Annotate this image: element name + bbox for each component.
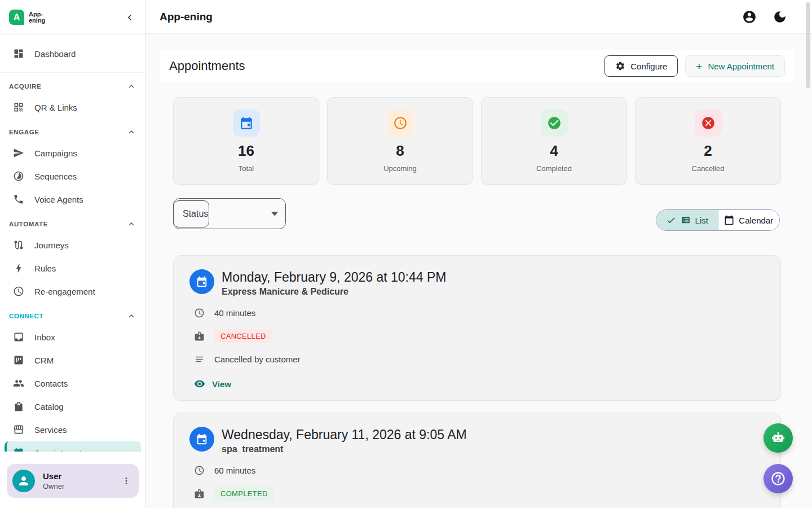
- inbox-icon: [12, 331, 25, 343]
- page-title-bar: Appointments Configure + New Appointment: [160, 50, 794, 82]
- route-icon: [12, 239, 25, 251]
- view-toggle-calendar[interactable]: Calendar: [718, 210, 780, 230]
- dark-mode-moon-icon[interactable]: [773, 10, 787, 24]
- bolt-icon: [12, 262, 25, 274]
- view-toggle: List Calendar: [656, 209, 780, 231]
- top-header: App-ening: [146, 0, 812, 34]
- section-header-acquire[interactable]: ACQUIRE: [9, 78, 136, 95]
- status-badge: CANCELLED: [214, 329, 272, 343]
- appointment-status-row: CANCELLED: [194, 329, 765, 343]
- sidebar-item-dashboard[interactable]: Dashboard: [5, 42, 141, 65]
- status-filter-select[interactable]: Status: [173, 198, 286, 229]
- content-area: Appointments Configure + New Appointment…: [146, 34, 812, 508]
- view-toggle-list[interactable]: List: [656, 210, 718, 230]
- timelapse-icon: [12, 170, 25, 182]
- sidebar-item-label: CRM: [34, 356, 54, 365]
- check-icon: [666, 215, 676, 225]
- stat-card-cancelled: 2 Cancelled: [635, 97, 781, 185]
- calendar-icon: [724, 215, 734, 225]
- sidebar-item-rules[interactable]: Rules: [5, 257, 141, 279]
- cancel-circle-icon: [695, 110, 722, 137]
- sidebar-item-voice-agents[interactable]: Voice Agents: [5, 188, 141, 211]
- stat-value: 16: [238, 142, 254, 160]
- appointment-note-row: Cancelled by customer: [194, 354, 765, 365]
- chevron-up-icon: [126, 219, 136, 229]
- help-fab-button[interactable]: [764, 464, 793, 493]
- app-logo-icon: A: [9, 10, 24, 25]
- appointment-card: Wednesday, February 11, 2026 at 9:05 AM …: [173, 413, 781, 508]
- sidebar-item-campaigns[interactable]: Campaigns: [5, 142, 141, 164]
- appointment-duration-row: 60 minutes: [194, 465, 765, 476]
- avatar: [12, 470, 35, 492]
- appointment-duration: 60 minutes: [214, 466, 255, 475]
- sidebar-item-services[interactable]: Services: [5, 418, 141, 441]
- stat-value: 8: [396, 142, 404, 160]
- gear-icon: [615, 61, 625, 71]
- plus-icon: +: [696, 61, 702, 72]
- help-icon: [770, 471, 786, 487]
- user-card[interactable]: User Owner: [7, 464, 139, 498]
- appointment-calendar-icon: [189, 427, 214, 452]
- list-icon: [681, 215, 691, 225]
- user-menu-button[interactable]: [120, 474, 133, 488]
- storefront-icon: [12, 423, 25, 436]
- user-meta: User Owner: [43, 471, 120, 491]
- more-vert-icon: [121, 476, 131, 486]
- stat-card-completed: 4 Completed: [481, 97, 627, 185]
- chatbot-fab-button[interactable]: [764, 423, 793, 453]
- badge-icon: [194, 488, 205, 499]
- section-header-connect[interactable]: CONNECT: [9, 308, 136, 325]
- sidebar-item-sequences[interactable]: Sequences: [5, 165, 141, 187]
- sidebar-item-re-engagement[interactable]: Re-engagement: [5, 280, 141, 303]
- sidebar-item-label: Services: [34, 425, 67, 435]
- notes-icon: [194, 354, 205, 365]
- clock-icon: [194, 465, 205, 476]
- divider: [0, 72, 145, 73]
- appointment-status-row: COMPLETED: [194, 487, 765, 501]
- new-appointment-button[interactable]: + New Appointment: [685, 55, 785, 77]
- dropdown-caret-icon: [271, 212, 278, 216]
- sidebar-item-inbox[interactable]: Inbox: [5, 326, 141, 348]
- appointment-card: Monday, February 9, 2026 at 10:44 PM Exp…: [173, 255, 781, 401]
- appointment-service: spa_treatment: [222, 444, 467, 454]
- sidebar-item-label: Inbox: [34, 332, 55, 342]
- sidebar-item-label: Dashboard: [34, 49, 76, 59]
- check-circle-icon: [541, 110, 568, 137]
- sidebar-nav: Dashboard ACQUIRE QR & Links ENGAGE Camp…: [0, 35, 145, 464]
- stat-value: 2: [704, 142, 712, 160]
- appointment-datetime: Wednesday, February 11, 2026 at 9:05 AM: [222, 427, 467, 443]
- sidebar-item-crm[interactable]: CRM: [5, 349, 141, 371]
- page-title: Appointments: [169, 59, 245, 73]
- clock-icon: [194, 308, 205, 318]
- sidebar-item-label: Rules: [34, 264, 56, 273]
- main-area: App-ening Appointments Configure + New A…: [146, 0, 812, 508]
- appointment-calendar-icon: [189, 269, 214, 294]
- configure-button[interactable]: Configure: [604, 55, 678, 77]
- section-header-engage[interactable]: ENGAGE: [9, 124, 136, 141]
- chevron-up-icon: [126, 81, 136, 91]
- phone-icon: [12, 193, 25, 205]
- sidebar-item-label: Sequences: [34, 172, 77, 181]
- kanban-icon: [12, 354, 25, 366]
- person-icon: [17, 474, 30, 488]
- scrollbar-thumb[interactable]: [806, 2, 810, 88]
- sidebar-item-contacts[interactable]: Contacts: [5, 372, 141, 395]
- view-link[interactable]: View: [194, 378, 765, 389]
- sidebar-item-catalog[interactable]: Catalog: [5, 395, 141, 418]
- appointment-service: Express Manicure & Pedicure: [222, 287, 446, 297]
- stat-label: Upcoming: [383, 164, 417, 173]
- appointment-duration: 40 minutes: [214, 308, 255, 318]
- section-header-automate[interactable]: AUTOMATE: [9, 216, 136, 233]
- sidebar-collapse-button[interactable]: [123, 11, 136, 24]
- chatbot-robot-icon: [770, 430, 786, 446]
- account-circle-icon[interactable]: [742, 10, 757, 24]
- qr-code-icon: [12, 101, 25, 113]
- sidebar-item-qr-links[interactable]: QR & Links: [5, 96, 141, 119]
- app-header-title: App-ening: [160, 11, 213, 23]
- appointment-note: Cancelled by customer: [214, 354, 301, 364]
- stat-card-upcoming: 8 Upcoming: [327, 97, 473, 185]
- appointment-datetime: Monday, February 9, 2026 at 10:44 PM: [222, 269, 446, 285]
- app-logo: A App- ening: [9, 10, 45, 25]
- sidebar-item-journeys[interactable]: Journeys: [5, 234, 141, 256]
- stat-label: Completed: [536, 164, 572, 173]
